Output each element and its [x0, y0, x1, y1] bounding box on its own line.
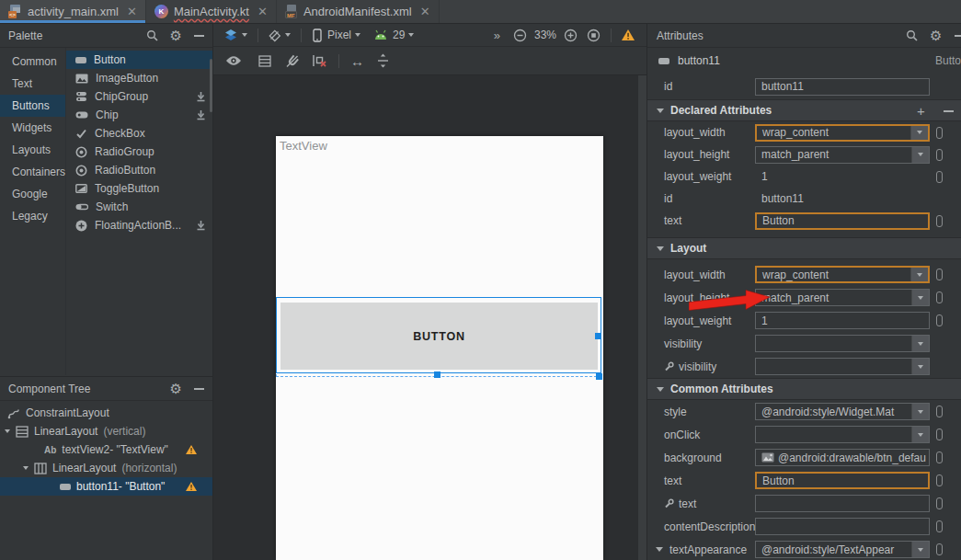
- chevron-down-icon[interactable]: [911, 542, 929, 557]
- resource-flag-icon[interactable]: [936, 149, 943, 161]
- minimize-icon[interactable]: [194, 388, 204, 390]
- autoconnect-off-magnet-icon[interactable]: [285, 54, 300, 68]
- tree-node-button11[interactable]: button11- "Button": [0, 477, 212, 496]
- resource-flag-icon[interactable]: [936, 314, 943, 326]
- resource-flag-icon[interactable]: [936, 451, 943, 463]
- design-mode-icon[interactable]: [223, 29, 238, 42]
- layout-tools-visibility-dropdown[interactable]: [755, 358, 930, 375]
- resource-flag-icon[interactable]: [936, 543, 943, 555]
- add-attribute-icon[interactable]: +: [917, 103, 925, 119]
- chevron-down-icon[interactable]: [910, 126, 928, 140]
- resource-flag-icon[interactable]: [936, 215, 943, 227]
- palette-category-legacy[interactable]: Legacy: [0, 205, 65, 227]
- palette-item-floatingactionbutton[interactable]: FloatingActionB...: [66, 216, 212, 234]
- search-icon[interactable]: [906, 29, 918, 41]
- resize-handle-right[interactable]: [595, 333, 601, 339]
- chevron-down-icon[interactable]: [911, 290, 929, 305]
- palette-category-buttons[interactable]: Buttons: [0, 95, 65, 117]
- search-icon[interactable]: [146, 29, 158, 41]
- resize-handle-corner[interactable]: [596, 373, 602, 380]
- zoom-in-icon[interactable]: [564, 29, 578, 42]
- api-level-selector[interactable]: 29: [393, 29, 405, 41]
- tab-activity-main-xml[interactable]: <> activity_main.xml ✕: [0, 0, 146, 23]
- gear-icon[interactable]: ⚙: [930, 29, 942, 42]
- zoom-out-icon[interactable]: [513, 29, 527, 42]
- palette-item-radiobutton[interactable]: RadioButton: [66, 161, 212, 179]
- download-icon[interactable]: [196, 91, 206, 102]
- palette-item-chip[interactable]: Chip: [66, 106, 212, 124]
- declared-layout-weight-value[interactable]: 1: [755, 168, 930, 186]
- layout-layout-width-dropdown[interactable]: wrap_content: [755, 266, 930, 283]
- chevron-down-icon[interactable]: [911, 336, 929, 351]
- id-input[interactable]: button11: [755, 78, 930, 96]
- tab-android-manifest-xml[interactable]: MF AndroidManifest.xml ✕: [277, 0, 440, 23]
- remove-attribute-icon[interactable]: [944, 110, 954, 112]
- download-icon[interactable]: [196, 220, 206, 231]
- chevron-down-icon[interactable]: [285, 33, 291, 37]
- minimize-icon[interactable]: [194, 35, 204, 37]
- palette-item-radiogroup[interactable]: RadioGroup: [66, 143, 212, 161]
- palette-item-checkbox[interactable]: CheckBox: [66, 124, 212, 143]
- layout-visibility-dropdown[interactable]: [755, 335, 930, 352]
- distribute-vertical-icon[interactable]: [377, 53, 389, 68]
- resource-flag-icon[interactable]: [936, 474, 943, 486]
- resize-handle-bottom[interactable]: [434, 371, 440, 378]
- resource-flag-icon[interactable]: [936, 497, 943, 509]
- toolbar-overflow-icon[interactable]: »: [494, 29, 499, 42]
- resource-flag-icon[interactable]: [936, 429, 943, 440]
- close-icon[interactable]: ✕: [257, 5, 268, 18]
- tab-main-activity-kt[interactable]: K MainActivity.kt ✕: [146, 0, 277, 23]
- palette-category-text[interactable]: Text: [0, 73, 65, 95]
- layout-layout-height-dropdown[interactable]: match_parent: [755, 289, 930, 306]
- warning-icon[interactable]: [621, 29, 635, 41]
- button-widget[interactable]: BUTTON: [280, 303, 598, 370]
- chevron-down-icon[interactable]: [911, 359, 929, 374]
- gear-icon[interactable]: ⚙: [170, 382, 182, 395]
- common-onclick-dropdown[interactable]: [755, 426, 930, 443]
- delete-constraints-icon[interactable]: [312, 54, 327, 67]
- palette-item-imagebutton[interactable]: ImageButton: [66, 69, 212, 87]
- declared-layout-height-dropdown[interactable]: match_parent: [755, 146, 930, 164]
- tree-node-linearlayout-vertical[interactable]: LinearLayout(vertical): [0, 422, 212, 440]
- resource-flag-icon[interactable]: [936, 127, 943, 139]
- section-declared-attributes[interactable]: Declared Attributes +: [647, 99, 961, 121]
- device-selector[interactable]: Pixel: [327, 29, 351, 41]
- common-style-dropdown[interactable]: @android:style/Widget.Mat: [755, 403, 930, 420]
- expand-horizontal-icon[interactable]: ↔: [350, 53, 364, 69]
- palette-item-button[interactable]: Button: [66, 51, 212, 69]
- declared-layout-width-dropdown[interactable]: wrap_content: [755, 124, 930, 142]
- palette-category-containers[interactable]: Containers: [0, 161, 65, 183]
- palette-item-chipgroup[interactable]: ChipGroup: [66, 87, 212, 106]
- palette-scrollbar[interactable]: [210, 59, 212, 112]
- close-icon[interactable]: ✕: [420, 5, 430, 18]
- resource-flag-icon[interactable]: [936, 520, 943, 532]
- gear-icon[interactable]: ⚙: [170, 29, 182, 42]
- section-layout[interactable]: Layout: [647, 237, 961, 259]
- resource-flag-icon[interactable]: [936, 406, 943, 417]
- warning-icon[interactable]: [185, 481, 198, 492]
- orientation-icon[interactable]: [268, 29, 281, 42]
- common-text-input[interactable]: Button: [755, 472, 930, 489]
- chevron-down-icon[interactable]: [911, 427, 929, 442]
- chevron-down-icon[interactable]: [910, 268, 928, 281]
- resource-flag-icon[interactable]: [936, 291, 943, 303]
- expander-icon[interactable]: [5, 429, 10, 433]
- close-icon[interactable]: ✕: [127, 5, 137, 18]
- declared-id-value[interactable]: button11: [755, 190, 930, 208]
- common-text-appearance-dropdown[interactable]: @android:style/TextAppear: [755, 541, 930, 558]
- resource-flag-icon[interactable]: [936, 269, 943, 280]
- minimize-icon[interactable]: [955, 35, 961, 37]
- palette-category-layouts[interactable]: Layouts: [0, 139, 65, 161]
- device-screen[interactable]: TextView BUTTON: [276, 136, 603, 560]
- declared-text-input[interactable]: Button: [755, 212, 930, 230]
- download-icon[interactable]: [196, 109, 206, 120]
- chevron-down-icon[interactable]: [408, 33, 414, 37]
- palette-category-google[interactable]: Google: [0, 183, 65, 205]
- palette-category-widgets[interactable]: Widgets: [0, 117, 65, 139]
- chevron-down-icon[interactable]: [911, 404, 929, 419]
- design-surface-scrollbar[interactable]: [638, 75, 646, 560]
- chevron-down-icon[interactable]: [242, 33, 247, 37]
- expander-icon[interactable]: [23, 466, 29, 470]
- palette-item-togglebutton[interactable]: ToggleButton: [66, 179, 212, 198]
- common-background-input[interactable]: @android:drawable/btn_defau: [755, 449, 930, 466]
